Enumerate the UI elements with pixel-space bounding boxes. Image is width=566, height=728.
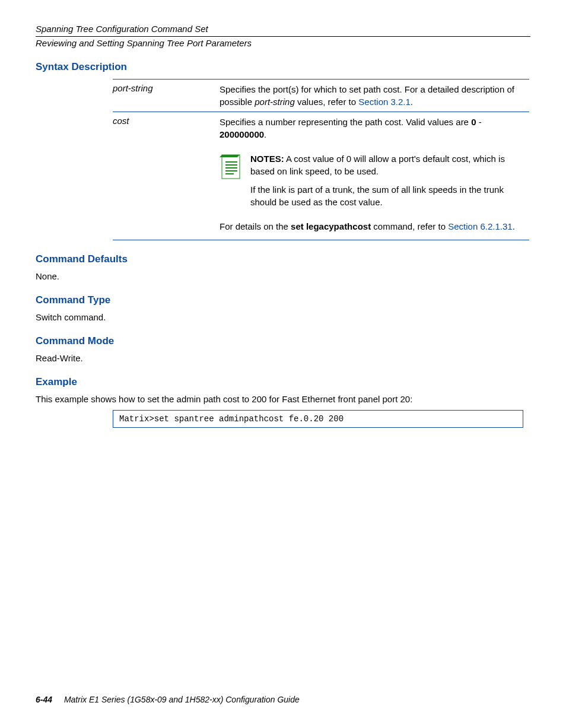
syntax-param-desc: Specifies the port(s) for which to set p… bbox=[220, 83, 529, 108]
link-section-3-2-1[interactable]: Section 3.2.1 bbox=[358, 97, 411, 107]
heading-example: Example bbox=[36, 376, 530, 388]
note-text: NOTES: A cost value of 0 will allow a po… bbox=[250, 152, 529, 214]
heading-command-defaults: Command Defaults bbox=[36, 253, 530, 265]
heading-syntax-description: Syntax Description bbox=[36, 61, 530, 73]
syntax-row-port-string: port-string Specifies the port(s) for wh… bbox=[113, 80, 529, 112]
syntax-row-cost: cost Specifies a number representing the… bbox=[113, 112, 529, 240]
page-footer: 6-44 Matrix E1 Series (1G58x-09 and 1H58… bbox=[36, 695, 300, 704]
note-icon bbox=[220, 154, 243, 182]
svg-rect-0 bbox=[222, 155, 240, 179]
heading-command-mode: Command Mode bbox=[36, 335, 530, 347]
running-head-section: Reviewing and Setting Spanning Tree Port… bbox=[36, 38, 530, 48]
syntax-param-name: port-string bbox=[113, 83, 220, 93]
example-code-box: Matrix>set spantree adminpathcost fe.0.2… bbox=[113, 410, 523, 428]
page-number: 6-44 bbox=[36, 695, 52, 704]
example-body: This example shows how to set the admin … bbox=[36, 394, 530, 404]
heading-command-type: Command Type bbox=[36, 294, 530, 306]
command-defaults-body: None. bbox=[36, 271, 530, 281]
link-section-6-2-1-31[interactable]: Section 6.2.1.31 bbox=[448, 221, 512, 231]
command-mode-body: Read-Write. bbox=[36, 353, 530, 363]
syntax-table: port-string Specifies the port(s) for wh… bbox=[113, 79, 529, 240]
command-type-body: Switch command. bbox=[36, 312, 530, 322]
header-rule bbox=[36, 36, 530, 37]
syntax-param-name: cost bbox=[113, 116, 220, 126]
footer-title: Matrix E1 Series (1G58x-09 and 1H582-xx)… bbox=[64, 695, 300, 704]
syntax-param-desc: Specifies a number representing the path… bbox=[220, 116, 529, 236]
running-head-chapter: Spanning Tree Configuration Command Set bbox=[36, 24, 530, 34]
